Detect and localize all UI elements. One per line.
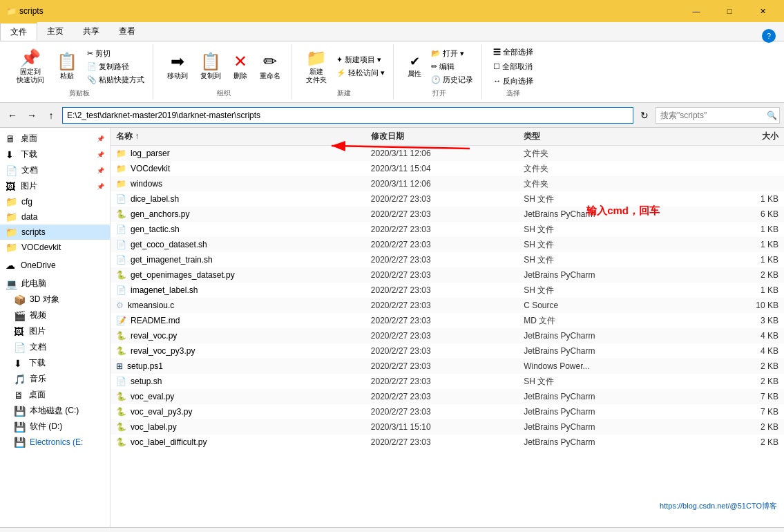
table-row[interactable]: 🐍 voc_label.py 2020/3/11 15:10 JetBrains… — [111, 419, 784, 435]
paste-button[interactable]: 📋 粘贴 — [51, 49, 83, 84]
sidebar-item-pics[interactable]: 🖼 图片 — [0, 323, 110, 339]
invert-selection-button[interactable]: ↔ 反向选择 — [490, 75, 536, 87]
table-row[interactable]: 🐍 gen_anchors.py 2020/2/27 23:03 JetBrai… — [111, 207, 784, 222]
cut-button[interactable]: ✂ 剪切 — [84, 48, 147, 59]
properties-button[interactable]: ✔ 属性 — [402, 51, 427, 82]
back-button[interactable]: ← — [4, 107, 21, 124]
sidebar-item-docs-quick[interactable]: 📄 文档 📌 — [0, 162, 110, 178]
sidebar-item-this-pc[interactable]: 💻 此电脑 — [0, 276, 110, 292]
edit-button[interactable]: ✏ 编辑 — [428, 61, 476, 73]
table-row[interactable]: 📄 setup.sh 2020/2/27 23:03 SH 文件 2 KB — [111, 374, 784, 389]
select-none-button[interactable]: ☐ 全部取消 — [490, 61, 536, 73]
tab-view[interactable]: 查看 — [109, 22, 145, 41]
sidebar-item-data[interactable]: 📁 data — [0, 209, 110, 225]
table-row[interactable]: 🐍 reval_voc.py 2020/2/27 23:03 JetBrains… — [111, 328, 784, 343]
sidebar-item-vocdevkit[interactable]: 📁 VOCdevkit — [0, 240, 110, 255]
this-pc-icon: 💻 — [6, 278, 17, 289]
new-folder-icon: 📁 — [306, 48, 327, 68]
table-row[interactable]: 📄 imagenet_label.sh 2020/2/27 23:03 SH 文… — [111, 283, 784, 298]
table-row[interactable]: 🐍 voc_eval.py 2020/2/27 23:03 JetBrains … — [111, 389, 784, 404]
table-row[interactable]: 📁 VOCdevkit 2020/3/11 15:04 文件夹 — [111, 161, 784, 176]
file-type-cell: SH 文件 — [524, 193, 676, 205]
easy-access-button[interactable]: ⚡ 轻松访问 ▾ — [334, 67, 388, 79]
paste-shortcut-button[interactable]: 📎 粘贴快捷方式 — [84, 74, 147, 86]
table-row[interactable]: 📄 dice_label.sh 2020/2/27 23:03 SH 文件 1 … — [111, 191, 784, 207]
select-buttons: ☰ 全部选择 ☐ 全部取消 ↔ 反向选择 — [490, 46, 536, 87]
table-row[interactable]: 🐍 reval_voc_py3.py 2020/2/27 23:03 JetBr… — [111, 343, 784, 359]
forward-button[interactable]: → — [23, 107, 40, 124]
sidebar-item-drive-e[interactable]: 💾 Electronics (E: — [0, 435, 110, 450]
new-item-button[interactable]: ✦ 新建项目 ▾ — [334, 54, 388, 66]
new-group: 📁 新建文件夹 ✦ 新建项目 ▾ ⚡ 轻松访问 ▾ 新建 — [295, 44, 394, 99]
file-type-cell: JetBrains PyCharm — [524, 346, 676, 356]
rename-button[interactable]: ✏ 重命名 — [254, 49, 286, 84]
table-row[interactable]: 🐍 voc_label_difficult.py 2020/2/27 23:03… — [111, 435, 784, 450]
sidebar-item-scripts[interactable]: 📁 scripts — [0, 225, 110, 240]
maximize-button[interactable]: □ — [714, 0, 745, 22]
address-input[interactable] — [62, 107, 633, 124]
close-button[interactable]: ✕ — [747, 0, 778, 22]
table-row[interactable]: 📄 gen_tactic.sh 2020/2/27 23:03 SH 文件 1 … — [111, 222, 784, 237]
file-type-cell: C Source — [524, 301, 676, 310]
table-row[interactable]: 📝 README.md 2020/2/27 23:03 MD 文件 3 KB — [111, 313, 784, 328]
minimize-button[interactable]: — — [680, 0, 712, 22]
help-button[interactable]: ? — [762, 29, 776, 43]
new-folder-button[interactable]: 📁 新建文件夹 — [300, 46, 332, 87]
table-row[interactable]: 🐍 voc_eval_py3.py 2020/2/27 23:03 JetBra… — [111, 404, 784, 419]
table-row[interactable]: 📁 log_parser 2020/3/11 12:06 文件夹 — [111, 146, 784, 161]
file-name-cell: 🐍 reval_voc.py — [116, 331, 371, 341]
move-to-button[interactable]: ➡ 移动到 — [162, 49, 193, 84]
select-all-button[interactable]: ☰ 全部选择 — [490, 46, 536, 58]
sidebar-item-video[interactable]: 🎬 视频 — [0, 307, 110, 323]
col-header-name[interactable]: 名称 ↑ — [116, 131, 371, 142]
sidebar-item-3d[interactable]: 📦 3D 对象 — [0, 292, 110, 307]
sidebar-item-drive-d[interactable]: 💾 软件 (D:) — [0, 419, 110, 435]
pin-to-quick-access-button[interactable]: 📌 固定到快速访问 — [11, 46, 50, 87]
properties-icon: ✔ — [410, 54, 420, 69]
tab-file[interactable]: 文件 — [0, 22, 37, 41]
tab-home[interactable]: 主页 — [37, 22, 73, 41]
sidebar-item-onedrive[interactable]: ☁ OneDrive — [0, 258, 110, 273]
file-name-cell: 📄 dice_label.sh — [116, 194, 371, 204]
delete-button[interactable]: ✕ 删除 — [228, 49, 253, 84]
file-size-cell: 10 KB — [676, 301, 778, 310]
copy-to-button[interactable]: 📋 复制到 — [195, 49, 227, 84]
table-row[interactable]: 📄 get_imagenet_train.sh 2020/2/27 23:03 … — [111, 252, 784, 267]
sidebar-item-download[interactable]: ⬇ 下载 — [0, 355, 110, 371]
window-controls: — □ ✕ — [680, 0, 778, 22]
history-button[interactable]: 🕐 历史记录 — [428, 74, 476, 86]
refresh-button[interactable]: ↻ — [636, 107, 653, 124]
file-type-cell: SH 文件 — [524, 224, 676, 236]
col-header-date[interactable]: 修改日期 — [371, 131, 524, 142]
file-name-cell: 📝 README.md — [116, 316, 371, 325]
open-group: ✔ 属性 📂 打开 ▾ ✏ 编辑 🕐 历史记录 打开 — [396, 44, 482, 99]
col-header-type[interactable]: 类型 — [524, 131, 676, 142]
table-row[interactable]: ⚙ kmeansiou.c 2020/2/27 23:03 C Source 1… — [111, 298, 784, 313]
table-row[interactable]: 🐍 get_openimages_dataset.py 2020/2/27 23… — [111, 267, 784, 283]
search-wrapper: 🔍 — [656, 107, 780, 124]
sidebar-item-drive-c[interactable]: 💾 本地磁盘 (C:) — [0, 403, 110, 419]
col-header-size[interactable]: 大小 — [676, 131, 778, 142]
ribbon-tabs: 文件 主页 共享 查看 ? — [0, 22, 784, 41]
open-button[interactable]: 📂 打开 ▾ — [428, 48, 476, 59]
sidebar-item-download-quick[interactable]: ⬇ 下载 📌 — [0, 146, 110, 162]
file-date-cell: 2020/2/27 23:03 — [371, 331, 524, 341]
file-size-cell: 1 KB — [676, 255, 778, 265]
search-input[interactable] — [656, 107, 780, 124]
file-type-cell: JetBrains PyCharm — [524, 209, 676, 219]
file-date-cell: 2020/2/27 23:03 — [371, 285, 524, 295]
download-icon: ⬇ — [14, 358, 25, 369]
table-row[interactable]: 📁 windows 2020/3/11 12:06 文件夹 — [111, 176, 784, 191]
table-row[interactable]: 📄 get_coco_dataset.sh 2020/2/27 23:03 SH… — [111, 237, 784, 252]
sidebar-item-music[interactable]: 🎵 音乐 — [0, 371, 110, 387]
sidebar-item-desktop[interactable]: 🖥 桌面 — [0, 387, 110, 403]
sidebar-item-desktop-quick[interactable]: 🖥 桌面 📌 — [0, 131, 110, 146]
copy-path-button[interactable]: 📄 复制路径 — [84, 61, 147, 73]
sidebar-item-docs[interactable]: 📄 文档 — [0, 339, 110, 355]
sidebar-item-cfg[interactable]: 📁 cfg — [0, 194, 110, 209]
tab-share[interactable]: 共享 — [73, 22, 109, 41]
sidebar-item-pics-quick[interactable]: 🖼 图片 📌 — [0, 178, 110, 194]
copy-icon: 📋 — [200, 52, 221, 71]
up-button[interactable]: ↑ — [43, 107, 59, 124]
table-row[interactable]: ⊞ setup.ps1 2020/2/27 23:03 Windows Powe… — [111, 359, 784, 374]
